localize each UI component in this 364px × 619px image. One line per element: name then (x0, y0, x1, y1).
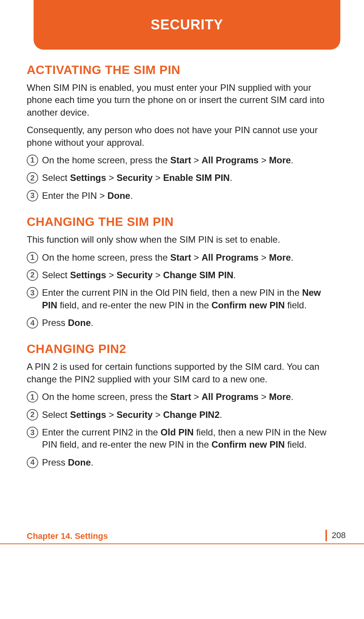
step-row: 2Select Settings > Security > Change SIM… (27, 269, 337, 281)
page-number: 208 (332, 530, 346, 540)
section-heading: CHANGING PIN2 (27, 342, 337, 356)
step-text: Press Done. (42, 456, 93, 469)
step-row: 2Select Settings > Security > Change PIN… (27, 409, 337, 421)
step-number-icon: 1 (27, 391, 38, 403)
step-number-icon: 3 (27, 190, 38, 201)
step-number-icon: 2 (27, 172, 38, 184)
step-number-icon: 4 (27, 317, 38, 329)
step-number-icon: 1 (27, 252, 38, 263)
step-row: 4Press Done. (27, 456, 337, 469)
step-number-icon: 3 (27, 287, 38, 298)
step-number-icon: 4 (27, 457, 38, 468)
intro-paragraph: A PIN 2 is used for certain functions su… (27, 361, 337, 385)
intro-paragraph: Consequently, any person who does not ha… (27, 124, 337, 149)
page-content: ACTIVATING THE SIM PINWhen SIM PIN is en… (27, 63, 337, 474)
step-row: 3Enter the current PIN2 in the Old PIN f… (27, 426, 337, 451)
page-bar-icon (325, 530, 327, 541)
step-number-icon: 3 (27, 427, 38, 438)
step-row: 2Select Settings > Security > Enable SIM… (27, 172, 337, 184)
step-text: On the home screen, press the Start > Al… (42, 391, 293, 403)
intro-paragraph: When SIM PIN is enabled, you must enter … (27, 82, 337, 119)
page-number-group: 208 (325, 530, 346, 541)
step-text: Enter the PIN > Done. (42, 190, 133, 202)
step-text: On the home screen, press the Start > Al… (42, 251, 293, 264)
section-heading: ACTIVATING THE SIM PIN (27, 63, 337, 77)
step-text: Select Settings > Security > Change SIM … (42, 269, 236, 281)
step-number-icon: 2 (27, 269, 38, 281)
step-text: Select Settings > Security > Change PIN2… (42, 409, 222, 421)
step-text: Enter the current PIN2 in the Old PIN fi… (42, 426, 337, 451)
step-text: On the home screen, press the Start > Al… (42, 154, 293, 166)
step-text: Select Settings > Security > Enable SIM … (42, 172, 232, 184)
step-number-icon: 2 (27, 409, 38, 421)
step-number-icon: 1 (27, 155, 38, 166)
step-row: 3Enter the PIN > Done. (27, 190, 337, 202)
step-row: 1On the home screen, press the Start > A… (27, 391, 337, 403)
section-banner: SECURITY (34, 0, 340, 50)
step-text: Press Done. (42, 317, 93, 329)
step-row: 1On the home screen, press the Start > A… (27, 154, 337, 166)
page-footer: Chapter 14. Settings 208 (0, 531, 364, 544)
chapter-label: Chapter 14. Settings (27, 531, 108, 541)
section-heading: CHANGING THE SIM PIN (27, 215, 337, 229)
step-row: 3Enter the current PIN in the Old PIN fi… (27, 287, 337, 311)
step-text: Enter the current PIN in the Old PIN fie… (42, 287, 337, 311)
intro-paragraph: This function will only show when the SI… (27, 234, 337, 246)
banner-title: SECURITY (151, 17, 223, 33)
step-row: 1On the home screen, press the Start > A… (27, 251, 337, 264)
step-row: 4Press Done. (27, 317, 337, 329)
